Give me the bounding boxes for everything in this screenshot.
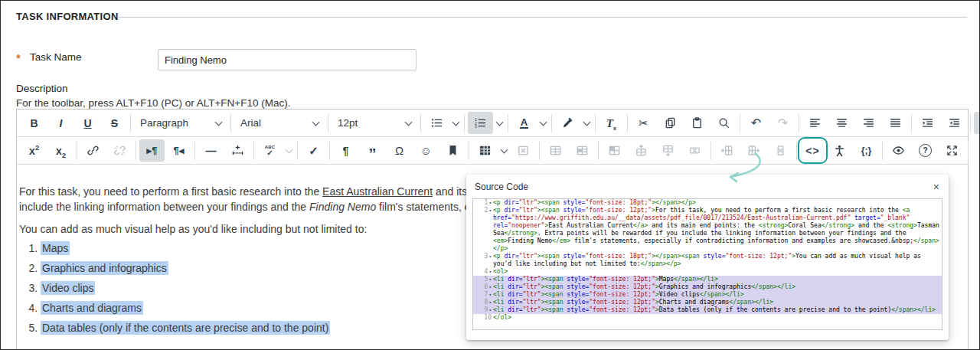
fold-marker-icon[interactable]: ▾ (488, 199, 492, 207)
outdent-button[interactable] (942, 112, 967, 134)
emoticons-button[interactable]: ☺ (413, 139, 439, 162)
rtl-button[interactable]: ¶◂ (166, 139, 191, 162)
source-code-button[interactable]: <> (800, 139, 825, 162)
cut-button[interactable]: ✂ (631, 112, 656, 134)
selected-text: Charts and diagrams (41, 301, 143, 315)
fold-marker-icon[interactable]: ▾ (488, 283, 492, 291)
forecolor-button[interactable]: A (511, 112, 537, 134)
toolbar-group-divider (539, 142, 540, 160)
more-options-button[interactable]: ••• (974, 112, 980, 134)
copy-button[interactable] (658, 112, 683, 134)
chevron-down-icon (501, 146, 508, 153)
unlink-button (107, 139, 132, 162)
strikethrough-icon: S (111, 118, 118, 129)
east-australian-current-link[interactable]: East Australian Current (322, 185, 433, 198)
forecolor-menu-button[interactable] (537, 112, 549, 134)
blockquote-button[interactable]: ” (360, 139, 385, 162)
fontfamily-select[interactable]: Arial (234, 112, 325, 134)
toolbar-group-divider (508, 114, 508, 132)
indent-button[interactable] (915, 112, 940, 134)
subscript-icon: x2 (56, 146, 66, 156)
mergecells-icon (608, 144, 621, 157)
visualchars-icon: ¶ (343, 146, 349, 156)
fullscreen-button[interactable] (939, 139, 965, 162)
numlist-menu-button[interactable] (494, 112, 505, 134)
paste-button[interactable] (684, 112, 710, 134)
bold-button[interactable]: B (21, 112, 47, 134)
line-number: 10 (473, 314, 493, 322)
numlist-button[interactable]: 123 (468, 112, 493, 134)
removeformat-button[interactable]: Tx (599, 112, 624, 134)
toolbar-group-divider (253, 142, 254, 160)
visual-chars-button[interactable]: ¶ (333, 139, 358, 162)
help-button[interactable]: ? (913, 139, 938, 162)
anchor-button[interactable] (440, 139, 466, 162)
accessibility-checker-button[interactable] (827, 139, 852, 162)
subscript-button[interactable]: x2 (48, 139, 74, 162)
align-right-button[interactable] (856, 112, 881, 134)
merge-cells-button (602, 139, 627, 162)
selected-text: Data tables (only if the contents are pr… (41, 321, 330, 335)
hr-icon: — (206, 146, 217, 156)
undo-button[interactable]: ↶ (743, 112, 769, 134)
preview-button[interactable] (886, 139, 911, 162)
toolbar-group-divider (598, 142, 599, 160)
fold-marker-icon[interactable]: ▾ (488, 207, 492, 214)
superscript-button[interactable]: x2 (21, 139, 47, 162)
line-number: 5▾ (473, 276, 493, 283)
fold-marker-icon[interactable]: ▾ (488, 253, 492, 260)
code-line: 10</ol> (473, 314, 942, 322)
backcolor-button[interactable] (555, 112, 580, 134)
italic-button[interactable]: I (48, 112, 74, 134)
spellcheck-icon: ABC✓ (265, 145, 276, 156)
spellchecker-toggle-button[interactable]: ✓ (301, 139, 326, 162)
insert-content-button[interactable]: ⊕ (972, 139, 980, 162)
align-justify-button[interactable] (883, 112, 908, 134)
searchreplace-button[interactable] (711, 112, 737, 134)
search-icon (717, 116, 730, 129)
code-line: 5▾<li dir="ltr"><span style="font-size: … (473, 276, 942, 283)
insertrowabove-icon (635, 144, 648, 157)
fontsize-select[interactable]: 12pt (331, 112, 418, 134)
rowprops-icon (549, 144, 562, 157)
table-menu-button[interactable] (498, 139, 510, 162)
ltr-button[interactable]: ▸¶ (139, 139, 165, 162)
special-character-button[interactable]: Ω (387, 139, 412, 162)
insert-column-after-button (741, 139, 766, 162)
backcolor-menu-button[interactable] (581, 112, 593, 134)
insert-link-button[interactable] (80, 139, 106, 162)
spellcheck-menu-button (283, 139, 295, 162)
bullist-button[interactable] (424, 112, 449, 134)
fold-marker-icon[interactable]: ▾ (488, 268, 492, 276)
blocks-select-value: Paragraph (140, 117, 188, 129)
page-break-button[interactable] (225, 139, 250, 162)
fold-marker-icon[interactable]: ▾ (488, 291, 492, 299)
align-center-button[interactable] (829, 112, 854, 134)
preview-icon (892, 144, 905, 157)
fold-marker-icon[interactable]: ▾ (488, 299, 492, 306)
emoticons-icon: ☺ (420, 146, 432, 156)
insert-row-below-button (655, 139, 681, 162)
underline-button[interactable]: U (75, 112, 100, 134)
fold-marker-icon[interactable]: ▾ (488, 306, 492, 314)
codesample-icon: {;} (861, 146, 871, 156)
code-line: 4▾<ol> (473, 268, 942, 276)
blocks-select[interactable]: Paragraph (133, 112, 228, 134)
code-sample-button[interactable]: {;} (854, 139, 879, 162)
spellcheck-button[interactable]: ABC✓ (257, 139, 283, 162)
bullist-menu-button[interactable] (450, 112, 462, 134)
close-icon[interactable]: × (933, 183, 939, 191)
source-code-textarea[interactable]: 1▾<p dir="ltr"><span style="font-size: 1… (472, 198, 942, 330)
code-content: </ol> (493, 314, 942, 322)
required-asterisk: * (16, 51, 21, 64)
horizontal-rule-button[interactable]: — (198, 139, 224, 162)
deleterow-icon (688, 144, 701, 157)
align-left-button[interactable] (802, 112, 828, 134)
fold-marker-icon[interactable]: ▾ (488, 276, 492, 283)
strikethrough-button[interactable]: S (102, 112, 127, 134)
toolbar-group-divider (740, 114, 740, 132)
table-button[interactable] (472, 139, 498, 162)
indent-icon (921, 116, 934, 129)
task-name-input[interactable] (158, 49, 416, 70)
link-icon (87, 144, 100, 157)
